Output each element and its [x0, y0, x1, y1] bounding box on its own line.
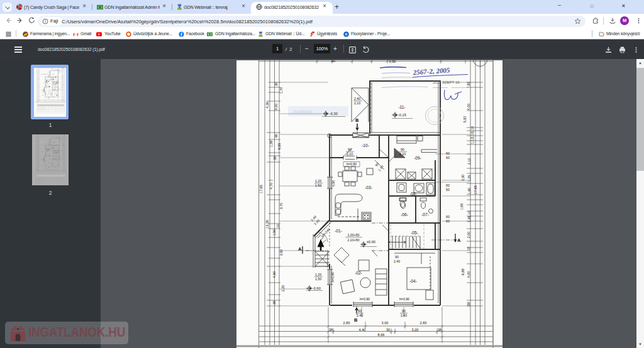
svg-text:1,50: 1,50: [272, 229, 276, 236]
svg-text:2567-2, 2005: 2567-2, 2005: [412, 66, 450, 76]
svg-text:4,40: 4,40: [359, 328, 366, 332]
svg-text:38: 38: [272, 301, 276, 305]
svg-text:30: 30: [386, 328, 390, 332]
svg-text:10: 10: [276, 224, 280, 228]
svg-text:-11-: -11-: [398, 105, 405, 109]
svg-text:3,00: 3,00: [382, 321, 389, 325]
svg-text:-03-: -03-: [365, 185, 372, 190]
svg-text:6,55: 6,55: [277, 143, 281, 150]
svg-text:-07-: -07-: [421, 212, 429, 217]
svg-text:90: 90: [395, 255, 399, 259]
svg-text:B: B: [355, 117, 359, 123]
svg-text:2,40: 2,40: [401, 313, 407, 317]
svg-text:90: 90: [401, 148, 404, 151]
svg-text:1,25: 1,25: [467, 175, 471, 182]
svg-text:6,88: 6,88: [461, 269, 465, 276]
svg-text:1,50: 1,50: [315, 277, 321, 281]
svg-text:2,83: 2,83: [343, 321, 350, 325]
svg-text:8,66: 8,66: [378, 333, 385, 337]
svg-text:Adatbázis: Adatbázis: [293, 109, 313, 114]
svg-text:-0,30: -0,30: [330, 112, 338, 116]
svg-text:4,50: 4,50: [272, 271, 276, 278]
svg-text:-01-: -01-: [335, 229, 342, 233]
svg-text:17,65: 17,65: [474, 185, 477, 194]
svg-text:h=0,90: h=0,90: [331, 272, 335, 282]
svg-text:A: A: [298, 246, 302, 252]
svg-text:-06-: -06-: [401, 212, 408, 217]
svg-text:90+240: 90+240: [320, 227, 330, 238]
svg-text:-09-: -09-: [414, 156, 421, 160]
svg-text:-08-: -08-: [409, 192, 417, 196]
svg-text:1,65: 1,65: [460, 204, 464, 210]
svg-text:A: A: [457, 237, 461, 243]
svg-text:30: 30: [467, 82, 470, 86]
svg-text:B: B: [354, 317, 358, 323]
svg-text:3,50: 3,50: [279, 249, 283, 256]
svg-text:3,70: 3,70: [279, 203, 283, 210]
svg-text:4,00: 4,00: [467, 104, 470, 111]
svg-text:38: 38: [329, 328, 333, 332]
svg-text:4,00: 4,00: [274, 104, 278, 111]
svg-text:38: 38: [438, 328, 441, 332]
svg-text:±0,00: ±0,00: [367, 240, 375, 244]
svg-text:13,35: 13,35: [265, 220, 269, 229]
svg-text:1,00+50: 1,00+50: [348, 233, 360, 237]
svg-text:90: 90: [374, 162, 379, 167]
svg-text:38: 38: [467, 302, 470, 306]
svg-text:2,10: 2,10: [399, 152, 406, 156]
svg-text:90: 90: [348, 148, 352, 151]
svg-text:90: 90: [358, 309, 362, 313]
svg-text:2,10: 2,10: [347, 152, 353, 156]
svg-text:60: 60: [446, 156, 450, 160]
svg-text:-0,15: -0,15: [398, 113, 406, 117]
svg-text:1,20: 1,20: [315, 179, 321, 183]
svg-text:2025 SZEPT 16.: 2025 SZEPT 16.: [433, 80, 461, 84]
svg-text:60: 60: [446, 215, 450, 219]
svg-text:1,30: 1,30: [467, 216, 471, 223]
svg-text:5,82: 5,82: [463, 116, 467, 123]
svg-text:60: 60: [446, 219, 450, 223]
svg-text:4,30: 4,30: [265, 102, 269, 109]
svg-text:-02-: -02-: [355, 271, 362, 275]
svg-text:10: 10: [467, 247, 470, 251]
svg-text:38: 38: [273, 156, 277, 160]
svg-text:2,00: 2,00: [467, 232, 470, 239]
svg-text:1,12: 1,12: [470, 138, 474, 144]
svg-text:4,00: 4,00: [467, 271, 470, 278]
svg-text:2,83: 2,83: [420, 321, 427, 325]
svg-text:0,90: 0,90: [389, 60, 396, 63]
svg-text:60: 60: [446, 151, 450, 155]
svg-text:3,20: 3,20: [412, 328, 419, 332]
svg-text:h=0,90: h=0,90: [360, 297, 370, 301]
svg-text:90: 90: [274, 134, 278, 138]
svg-text:30: 30: [274, 82, 278, 86]
svg-text:2,10+50: 2,10+50: [348, 238, 360, 242]
svg-text:2,10: 2,10: [354, 101, 360, 105]
svg-text:0,90: 0,90: [331, 180, 335, 187]
svg-text:2,40: 2,40: [394, 259, 400, 263]
svg-text:4,70: 4,70: [269, 183, 273, 190]
svg-text:-04-: -04-: [409, 279, 417, 283]
svg-text:-05-: -05-: [411, 231, 418, 235]
svg-text:-0,60: -0,60: [313, 286, 321, 290]
svg-text:2,10: 2,10: [467, 158, 471, 165]
svg-text:h=0,90: h=0,90: [399, 297, 409, 301]
svg-text:2,40: 2,40: [354, 97, 360, 101]
svg-text:-10-: -10-: [362, 143, 369, 148]
svg-text:1,50: 1,50: [315, 183, 321, 187]
svg-text:1,20: 1,20: [315, 273, 321, 276]
svg-text:60: 60: [446, 183, 450, 187]
svg-text:2,20: 2,20: [281, 285, 285, 292]
svg-text:50: 50: [446, 188, 450, 192]
svg-text:1,39: 1,39: [269, 141, 273, 148]
svg-text:h=0,90: h=0,90: [347, 162, 357, 166]
svg-text:17,65: 17,65: [259, 185, 263, 193]
svg-text:1,90: 1,90: [467, 188, 471, 195]
svg-text:90: 90: [402, 309, 406, 313]
svg-text:2,40: 2,40: [357, 313, 363, 317]
svg-text:1,70: 1,70: [279, 87, 283, 94]
